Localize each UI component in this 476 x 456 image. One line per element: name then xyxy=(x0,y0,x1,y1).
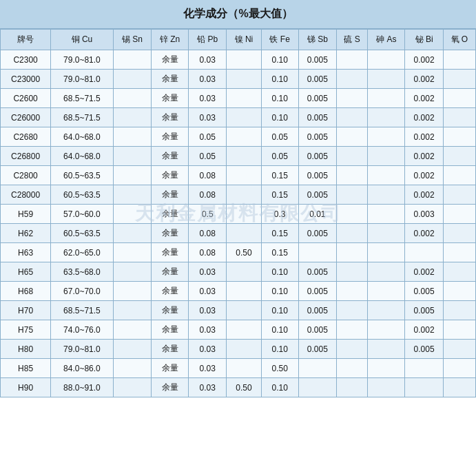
table-cell-16-11 xyxy=(443,359,475,378)
table-row: H6563.5~68.0余量0.030.100.0050.002 xyxy=(1,262,476,282)
table-cell-5-0: C26800 xyxy=(1,147,51,166)
table-cell-5-3: 余量 xyxy=(151,147,188,166)
table-cell-1-8 xyxy=(336,70,367,89)
table-cell-2-11 xyxy=(443,89,475,108)
table-cell-4-3: 余量 xyxy=(151,127,188,147)
table-cell-16-0: H85 xyxy=(1,359,51,378)
table-body: C230079.0~81.0余量0.030.100.0050.002C23000… xyxy=(1,50,476,397)
table-cell-12-4: 0.03 xyxy=(189,282,227,301)
table-cell-13-9 xyxy=(368,301,405,320)
table-cell-8-11 xyxy=(443,205,475,224)
table-cell-1-1: 79.0~81.0 xyxy=(51,70,114,89)
table-cell-12-9 xyxy=(368,282,405,301)
table-row: H5957.0~60.0余量0.50.30.010.003 xyxy=(1,205,476,224)
table-cell-17-11 xyxy=(443,378,475,397)
table-cell-17-6: 0.10 xyxy=(261,378,298,397)
table-cell-10-5: 0.50 xyxy=(227,243,261,262)
table-cell-9-6: 0.15 xyxy=(261,224,298,243)
table-cell-1-5 xyxy=(227,70,261,89)
table-cell-4-6: 0.05 xyxy=(261,127,298,147)
table-cell-11-3: 余量 xyxy=(151,262,188,282)
table-cell-11-2 xyxy=(113,262,151,282)
table-cell-17-4: 0.03 xyxy=(189,378,227,397)
table-cell-12-11 xyxy=(443,282,475,301)
table-cell-4-4: 0.05 xyxy=(189,127,227,147)
table-cell-7-4: 0.08 xyxy=(189,185,227,205)
table-cell-9-0: H62 xyxy=(1,224,51,243)
table-cell-14-6: 0.10 xyxy=(261,320,298,340)
table-cell-2-3: 余量 xyxy=(151,89,188,108)
column-header-10: 铋 Bi xyxy=(405,30,443,50)
table-cell-13-3: 余量 xyxy=(151,301,188,320)
table-cell-8-2 xyxy=(113,205,151,224)
table-cell-16-10 xyxy=(405,359,443,378)
table-cell-3-6: 0.10 xyxy=(261,108,298,127)
table-cell-5-9 xyxy=(368,147,405,166)
table-row: C2300079.0~81.0余量0.030.100.0050.002 xyxy=(1,70,476,89)
table-row: C2600068.5~71.5余量0.030.100.0050.002 xyxy=(1,108,476,127)
table-cell-3-2 xyxy=(113,108,151,127)
table-cell-2-5 xyxy=(227,89,261,108)
table-cell-12-0: H68 xyxy=(1,282,51,301)
column-header-5: 镍 Ni xyxy=(227,30,261,50)
table-row: C268064.0~68.0余量0.050.050.0050.002 xyxy=(1,127,476,147)
table-cell-5-4: 0.05 xyxy=(189,147,227,166)
table-cell-15-5 xyxy=(227,340,261,359)
table-cell-8-8 xyxy=(336,205,367,224)
table-cell-15-4: 0.03 xyxy=(189,340,227,359)
table-cell-7-2 xyxy=(113,185,151,205)
table-cell-6-3: 余量 xyxy=(151,166,188,185)
table-cell-8-6: 0.3 xyxy=(261,205,298,224)
table-cell-12-10: 0.005 xyxy=(405,282,443,301)
column-header-4: 铅 Pb xyxy=(189,30,227,50)
table-cell-0-0: C2300 xyxy=(1,50,51,70)
table-cell-6-1: 60.5~63.5 xyxy=(51,166,114,185)
table-cell-8-10: 0.003 xyxy=(405,205,443,224)
table-cell-9-4: 0.08 xyxy=(189,224,227,243)
table-cell-4-9 xyxy=(368,127,405,147)
column-header-8: 硫 S xyxy=(336,30,367,50)
table-cell-15-7: 0.005 xyxy=(298,340,336,359)
table-cell-3-3: 余量 xyxy=(151,108,188,127)
table-cell-0-10: 0.002 xyxy=(405,50,443,70)
table-row: H8079.0~81.0余量0.030.100.0050.005 xyxy=(1,340,476,359)
table-cell-12-7: 0.005 xyxy=(298,282,336,301)
table-row: H6867.0~70.0余量0.030.100.0050.005 xyxy=(1,282,476,301)
table-cell-9-8 xyxy=(336,224,367,243)
table-cell-15-8 xyxy=(336,340,367,359)
table-cell-5-11 xyxy=(443,147,475,166)
table-cell-0-6: 0.10 xyxy=(261,50,298,70)
table-cell-3-11 xyxy=(443,108,475,127)
table-cell-12-8 xyxy=(336,282,367,301)
table-cell-4-8 xyxy=(336,127,367,147)
table-cell-5-6: 0.05 xyxy=(261,147,298,166)
table-cell-3-8 xyxy=(336,108,367,127)
table-row: H6362.0~65.0余量0.080.500.15 xyxy=(1,243,476,262)
table-cell-3-5 xyxy=(227,108,261,127)
table-cell-6-10: 0.002 xyxy=(405,166,443,185)
table-cell-16-9 xyxy=(368,359,405,378)
table-cell-3-1: 68.5~71.5 xyxy=(51,108,114,127)
table-cell-9-10: 0.002 xyxy=(405,224,443,243)
table-cell-15-3: 余量 xyxy=(151,340,188,359)
table-cell-11-0: H65 xyxy=(1,262,51,282)
table-cell-8-1: 57.0~60.0 xyxy=(51,205,114,224)
table-cell-6-4: 0.08 xyxy=(189,166,227,185)
column-header-0: 牌号 xyxy=(1,30,51,50)
table-cell-4-11 xyxy=(443,127,475,147)
table-cell-10-3: 余量 xyxy=(151,243,188,262)
table-cell-8-7: 0.01 xyxy=(298,205,336,224)
table-cell-5-5 xyxy=(227,147,261,166)
table-cell-14-4: 0.03 xyxy=(189,320,227,340)
table-cell-2-1: 68.5~71.5 xyxy=(51,89,114,108)
table-cell-8-3: 余量 xyxy=(151,205,188,224)
table-cell-6-5 xyxy=(227,166,261,185)
table-cell-6-7: 0.005 xyxy=(298,166,336,185)
table-cell-7-1: 60.5~63.5 xyxy=(51,185,114,205)
page-title: 化学成分（%最大值） xyxy=(0,0,476,29)
table-cell-1-3: 余量 xyxy=(151,70,188,89)
table-cell-16-6: 0.50 xyxy=(261,359,298,378)
table-cell-15-6: 0.10 xyxy=(261,340,298,359)
table-cell-9-7: 0.005 xyxy=(298,224,336,243)
table-cell-16-4: 0.03 xyxy=(189,359,227,378)
